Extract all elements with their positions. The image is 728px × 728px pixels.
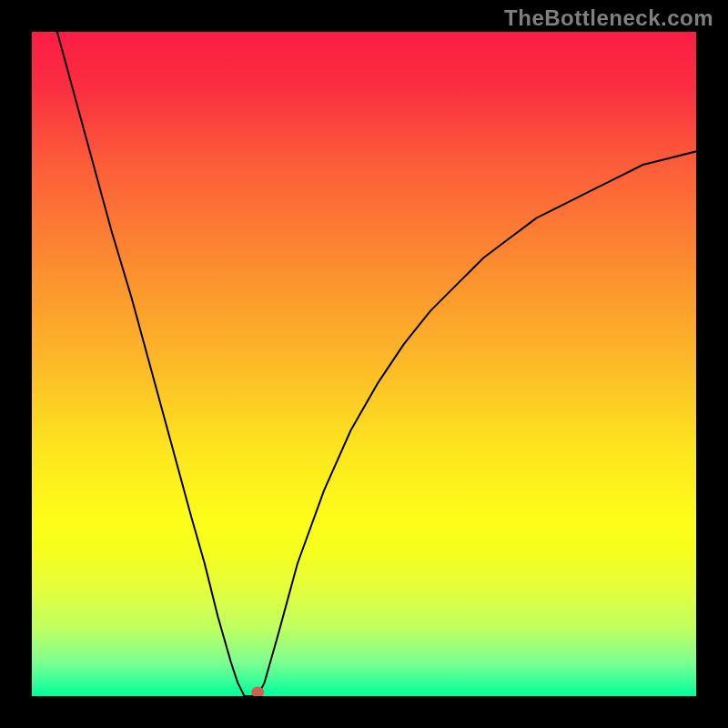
attribution-label: TheBottleneck.com: [504, 5, 713, 31]
gradient-rect: [32, 32, 696, 696]
chart-frame: TheBottleneck.com: [0, 0, 728, 728]
plot-area: [32, 32, 696, 696]
plot-svg: [32, 32, 696, 696]
